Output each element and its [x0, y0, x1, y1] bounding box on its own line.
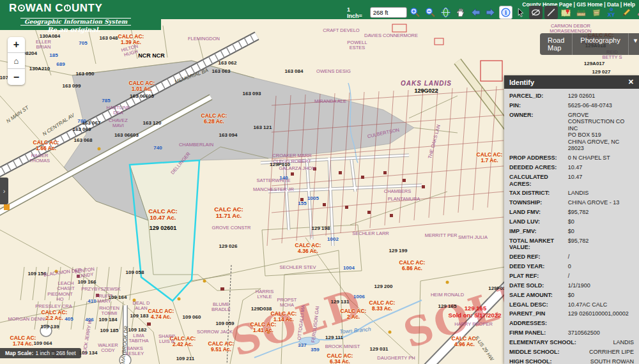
map-label: 109 184: [99, 317, 118, 323]
identify-row-value: 3710562500: [568, 330, 634, 337]
map-label: CLEGG ROBERT: [273, 159, 311, 164]
map-label: 740: [153, 146, 162, 151]
draw-pencil-icon[interactable]: [620, 6, 633, 19]
map-label: 130A084: [40, 34, 60, 40]
identify-row-value: [568, 320, 634, 327]
home-extent-button[interactable]: ⌂: [8, 53, 25, 69]
map-toolbar: 1 Inch= i XY: [347, 6, 639, 19]
map-label: DAVIES CONNERMORE: [364, 33, 418, 38]
map-scale-value: 1 inch = 268 feet: [35, 350, 75, 356]
map-label: DAUGHERTY PH: [377, 356, 415, 361]
scale-input-label: 1 Inch=: [347, 6, 367, 19]
identify-row-value: $95,782: [568, 209, 634, 216]
zoom-in-tool[interactable]: [409, 6, 422, 19]
map-label: 109 164: [109, 295, 127, 301]
identify-row: CALCULATED ACRES:10.47: [509, 172, 634, 188]
map-label: CALC AC: 11.71 Ac.: [214, 206, 243, 220]
map-label: 406: [85, 317, 93, 323]
map-label: 109 182: [128, 328, 147, 333]
locate-map-icon[interactable]: [560, 6, 573, 19]
back-arrow-icon[interactable]: [469, 6, 482, 19]
map-zoom-widget: + ⌂ −: [8, 37, 25, 85]
map-label: 163 063: [212, 69, 231, 75]
identify-row-label: DATE SOLD:: [509, 282, 568, 289]
map-label: HAGER THOMAS: [29, 153, 50, 164]
map-label: 129 027: [592, 70, 611, 75]
measure-area-icon[interactable]: [590, 6, 603, 19]
map-label: 163 099: [63, 84, 81, 89]
forward-arrow-icon[interactable]: [484, 6, 498, 19]
map-label: OTTOGALLI MA: [297, 305, 307, 340]
map-label: CALC AC: 6.28 Ac.: [201, 113, 227, 125]
identify-row: PLAT REF:/: [509, 271, 634, 281]
svg-text:XY: XY: [608, 11, 615, 18]
map-label: CULBERTSON: [367, 128, 400, 140]
map-label: CALC AC: 2.42 Ac.: [170, 336, 196, 348]
measure-distance-icon[interactable]: [574, 6, 588, 19]
select-cursor-icon[interactable]: [514, 6, 528, 19]
identify-row: IMP_FMV:$0: [509, 227, 634, 236]
map-label: CALC AC: 2.2 Ac.: [42, 310, 68, 322]
county-logo: RWAN CUNTY Geographic Information System…: [0, 0, 161, 30]
map-label: PRESSLEY CRA: [35, 304, 72, 309]
basemap-dropdown-button[interactable]: ▾: [629, 33, 639, 55]
map-label: 130A210: [29, 66, 50, 72]
map-label: 109 064: [34, 341, 52, 347]
road-map-button[interactable]: Road Map: [540, 33, 573, 55]
map-label: HILTON HUGH: [121, 44, 140, 59]
identify-row: LEGAL DESC:10.47AC CALC: [509, 300, 634, 309]
map-label: SORROW JACK: [197, 330, 233, 335]
map-label: BENTON RANDY: [74, 267, 95, 280]
map-label: POWELL ESTES: [347, 40, 367, 51]
zoom-in-map-button[interactable]: +: [8, 37, 25, 53]
map-label: MANCHESTER JR: [253, 187, 294, 192]
map-label: MORGAN DENNI: [8, 317, 45, 322]
identify-row-value: GROVE CONSTRUCTION CO INC PO BOX 519 CHI…: [568, 112, 634, 152]
identify-row-label: TOWNSHIP:: [509, 199, 568, 206]
map-label: 109 058: [126, 270, 144, 276]
map-label: 163 06605: [130, 94, 154, 100]
photography-button[interactable]: Photography: [573, 33, 628, 55]
map-label: Town Branch: [339, 326, 371, 335]
map-label: 129 031: [370, 347, 389, 353]
map-label: 109 060: [183, 315, 201, 321]
map-label: SMITH JULIA: [458, 235, 488, 240]
identify-row: PROP ADDRESS:0 N CHAPEL ST: [509, 153, 634, 163]
identify-row-value: /: [568, 273, 634, 280]
identify-row-label: TAX DISTRICT:: [509, 190, 568, 197]
zoom-out-map-button[interactable]: −: [8, 69, 25, 85]
map-scale-bar: Map Scale:1 inch = 268 feet: [0, 348, 81, 358]
map-label: HEIM RONALD: [431, 292, 464, 298]
identify-row-value: 10.47: [568, 164, 634, 171]
map-label: 1002: [327, 237, 339, 243]
basemap-switcher: Road Map Photography ▾: [540, 33, 639, 55]
identify-row-label: PARENT_PIN: [509, 310, 568, 317]
eraser-icon[interactable]: [635, 6, 639, 19]
clear-selection-icon[interactable]: [529, 6, 543, 19]
close-icon[interactable]: ✕: [628, 78, 634, 86]
map-label: CALC AC: 1.41 Ac.: [250, 322, 277, 334]
scale-input[interactable]: [370, 7, 407, 18]
map-label: 129A017: [584, 61, 604, 67]
map-label: CALC AC: 8.33 Ac.: [369, 300, 396, 312]
measure-line-icon[interactable]: [544, 6, 558, 19]
logo-compass-icon: [64, 4, 71, 11]
map-label: 129 111: [325, 335, 343, 341]
full-extent-icon[interactable]: [439, 6, 452, 19]
zoom-out-tool[interactable]: [424, 6, 437, 19]
identify-row-value: $0: [568, 228, 634, 235]
identify-row-value: /: [568, 254, 634, 261]
identify-tool[interactable]: i: [499, 6, 512, 19]
map-label: BLUME BRADLE: [212, 302, 231, 313]
identify-row-value: 129 0260100001,00002: [568, 310, 634, 317]
pan-hand-icon[interactable]: [454, 6, 467, 19]
map-scale-label: Map Scale:: [5, 350, 33, 356]
map-label: GROVE CONSTR: [212, 225, 251, 231]
map-label: 337: [298, 343, 306, 349]
map-label: 185: [49, 53, 58, 59]
identify-row: LAND FMV:$95,782: [509, 208, 634, 217]
xy-coordinates-icon[interactable]: XY: [604, 6, 618, 19]
sidebar-expander[interactable]: ›: [0, 178, 8, 204]
identify-row-value: CORRIHER LIPE: [589, 349, 634, 356]
map-label: BROOK MINIST: [325, 344, 360, 349]
